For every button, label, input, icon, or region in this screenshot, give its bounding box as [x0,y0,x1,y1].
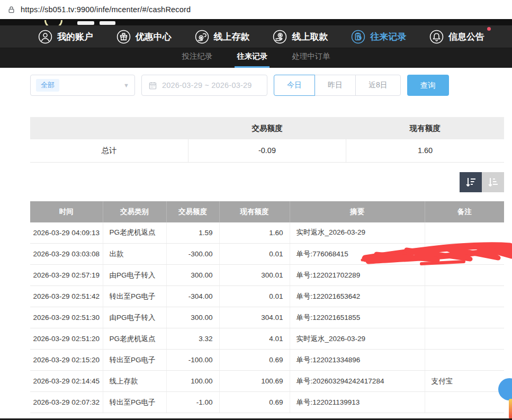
records-icon [351,30,365,44]
tab-pending-orders[interactable]: 处理中订单 [290,51,333,68]
table-cell: 转出至PG电子 [103,392,166,413]
table-cell: 0.69 [219,392,290,413]
table-cell [425,222,504,244]
nav-label: 信息公告 [448,31,484,43]
bell-icon [429,30,444,44]
summary-header-blank [30,117,188,139]
table-cell: 转出至PG电子 [103,350,166,371]
table-cell: 300.00 [166,265,219,286]
main-nav: 我的账户 优惠中心 线上存款 线上取款 往来记录 信息公告 [0,25,512,48]
table-cell: 2026-03-29 02:15:20 [30,350,103,371]
table-cell: -100.00 [166,350,219,371]
table-cell: 单号:202603294242417284 [290,371,425,392]
table-cell: PG老虎机返点 [103,328,166,350]
quick-range-group: 今日 昨日 近8日 [274,75,401,96]
table-cell: 由PG电子转入 [103,307,166,328]
tab-bet-records[interactable]: 投注纪录 [179,51,214,68]
table-cell: 300.01 [219,265,290,286]
content: 全部 ▼ 2026-03-29 ~ 2026-03-29 今日 昨日 近8日 查… [0,68,512,413]
sort-descending-icon [464,176,477,189]
summary-header-transaction: 交易额度 [188,117,346,139]
deposit-icon [195,30,209,44]
table-cell: -300.00 [166,244,219,265]
table-row: 2026-03-29 02:07:32转出至PG电子-1.000.69单号:12… [30,392,504,413]
nav-item-announcements[interactable]: 信息公告 [429,30,484,44]
chevron-down-icon: ▼ [123,82,129,88]
sub-nav: 投注纪录 往来记录 处理中订单 [0,48,512,68]
table-cell: 1.60 [219,222,290,244]
gift-icon [116,30,131,44]
table-cell: 0.01 [219,286,290,307]
table-cell: 单号:122021334896 [290,350,425,371]
search-button[interactable]: 查询 [407,75,449,96]
table-cell: 出款 [103,244,166,265]
nav-label: 往来记录 [370,31,406,43]
selected-type-chip: 全部 [36,79,59,92]
nav-item-withdraw[interactable]: 线上取款 [273,30,328,44]
yesterday-button[interactable]: 昨日 [315,75,356,96]
nav-item-promotions[interactable]: 优惠中心 [116,30,172,44]
type-select[interactable]: 全部 ▼ [30,75,135,96]
date-range-value: 2026-03-29 ~ 2026-03-29 [162,81,251,90]
sort-ascending-icon [487,176,499,189]
table-cell: 2026-03-29 02:51:20 [30,328,103,350]
records-header-row: 时间 交易类别 交易额度 现有额度 摘要 备注 [30,201,504,222]
table-cell: 4.01 [219,328,290,350]
table-cell: 单号:122021702289 [290,265,425,286]
table-cell [425,286,504,307]
sort-ascending-button[interactable] [482,172,504,192]
header-remark: 备注 [425,201,504,222]
last-8-days-button[interactable]: 近8日 [355,75,401,96]
table-row: 2026-03-29 02:14:45线上存款100.00100.69单号:20… [30,371,504,392]
table-cell: 转出至PG电子 [103,286,166,307]
table-cell: 单号:122021139913 [290,392,425,413]
table-cell: 单号:122021653642 [290,286,425,307]
notification-dot [487,27,491,31]
table-cell: 实时返水_2026-03-29 [290,222,425,244]
tab-cash-records[interactable]: 往来记录 [235,51,270,68]
table-cell: 300.00 [166,307,219,328]
table-cell: 实时返水_2026-03-29 [290,328,425,350]
date-range-picker[interactable]: 2026-03-29 ~ 2026-03-29 [141,75,267,96]
table-cell: 2026-03-29 02:51:30 [30,307,103,328]
table-cell: PG老虎机返点 [103,222,166,244]
logo-band [0,19,512,25]
nav-item-cash-records[interactable]: 往来记录 [351,30,406,44]
table-cell: -1.00 [166,392,219,413]
table-cell: 2026-03-29 02:57:19 [30,265,103,286]
chat-widget-tail [509,399,512,419]
table-row: 2026-03-29 04:09:13PG老虎机返点1.591.60实时返水_2… [30,222,504,244]
table-cell: 单号:776068415 [290,244,425,265]
partial-logo-text [77,21,94,25]
table-row: 2026-03-29 02:57:19由PG电子转入300.00300.01单号… [30,265,504,286]
table-cell: 2026-03-29 02:14:45 [30,371,103,392]
table-cell [425,328,504,350]
table-cell: 2026-03-29 02:07:32 [30,392,103,413]
today-button[interactable]: 今日 [274,75,315,96]
table-cell: 304.01 [219,307,290,328]
table-cell: 单号:122021651855 [290,307,425,328]
summary-balance-total: 1.60 [346,139,504,162]
sort-controls [30,172,504,192]
browser-url-bar: https://sb051.tv:9900/infe/mcenter/#/cas… [0,0,512,19]
header-amount: 交易额度 [166,201,219,222]
header-type: 交易类别 [103,201,166,222]
table-cell: 0.69 [219,350,290,371]
table-cell: -304.00 [166,286,219,307]
user-icon [38,30,52,44]
nav-item-deposit[interactable]: 线上存款 [195,30,250,44]
records-body: 2026-03-29 04:09:13PG老虎机返点1.591.60实时返水_2… [30,222,504,413]
summary-table: 交易额度 现有额度 总计 -0.09 1.60 [30,117,504,163]
partial-logo [44,20,62,25]
nav-item-my-account[interactable]: 我的账户 [38,30,93,44]
url-text[interactable]: https://sb051.tv:9900/infe/mcenter/#/cas… [21,5,191,14]
sort-descending-button[interactable] [460,172,482,192]
filter-row: 全部 ▼ 2026-03-29 ~ 2026-03-29 今日 昨日 近8日 查… [30,75,504,96]
summary-header-balance: 现有额度 [346,117,504,139]
header-balance: 现有额度 [219,201,290,222]
table-cell: 由PG电子转入 [103,265,166,286]
table-cell: 0.01 [219,244,290,265]
table-cell [425,350,504,371]
lock-icon [7,6,15,14]
records-table: 时间 交易类别 交易额度 现有额度 摘要 备注 2026-03-29 04:09… [30,201,504,414]
